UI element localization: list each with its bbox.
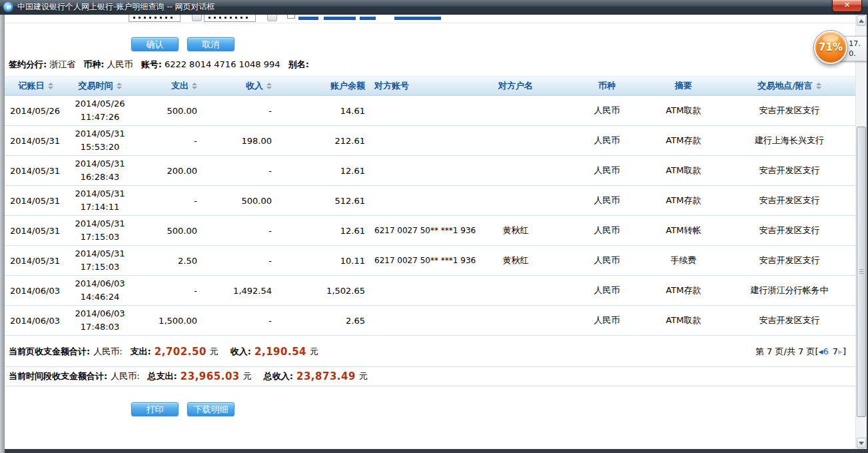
page-in-value: 2,190.54	[254, 346, 306, 358]
pagination-close-bracket: ]	[843, 346, 846, 356]
branch-value: 浙江省	[49, 59, 75, 69]
period-in-unit: 元	[359, 370, 368, 382]
currency-value: 人民币	[107, 59, 133, 69]
cell-summary: ATM存款	[644, 126, 723, 155]
cell-currency: 人民币	[570, 306, 644, 335]
cell-peer-account	[368, 276, 461, 305]
cell-summary: ATM存款	[644, 186, 723, 215]
scroll-down-icon	[859, 442, 864, 445]
cell-balance: 12.61	[274, 156, 368, 185]
cell-peer-name: 黄秋红	[461, 246, 570, 275]
clipped-link-fragment	[394, 17, 441, 20]
cell-outflow: -	[133, 276, 200, 305]
cell-peer-account: 6217 0027 50** ***1 936	[368, 216, 461, 245]
scroll-up-icon	[859, 19, 864, 23]
table-row: 2014/06/03 2014/06/03 17:48:03 1,500.00 …	[5, 306, 855, 336]
cell-transaction-time: 2014/05/31 17:15:03	[67, 216, 133, 245]
cell-outflow: 1,500.00	[133, 306, 200, 335]
end-date-input[interactable]	[204, 15, 256, 22]
start-date-input[interactable]	[129, 15, 181, 22]
cell-peer-name	[461, 156, 570, 185]
vertical-scrollbar[interactable]	[855, 15, 867, 449]
cell-location: 安吉开发区支行	[723, 186, 855, 215]
sort-icon	[816, 83, 821, 89]
pagination-text: 第 7 页/共 7 页[	[755, 346, 819, 356]
cell-peer-account	[368, 96, 461, 125]
page-in-unit: 元	[310, 346, 318, 358]
transaction-clock: 14:46:24	[81, 290, 119, 304]
cell-location: 建行浙江分行帐务中	[723, 276, 855, 305]
col-header-label: 对方户名	[498, 80, 533, 92]
clipped-link-fragment	[360, 17, 376, 20]
col-header-outflow[interactable]: 支出	[133, 80, 200, 92]
period-total-label: 当前时间段收支金额合计:	[9, 370, 107, 382]
cell-balance: 10.11	[274, 246, 368, 275]
cell-currency: 人民币	[570, 126, 644, 155]
col-header-label: 支出	[171, 80, 189, 92]
cell-transaction-time: 2014/06/03 17:48:03	[67, 306, 133, 335]
upload-speed-value: 17.	[849, 39, 861, 49]
cell-post-date: 2014/05/31	[5, 246, 67, 275]
transaction-date: 2014/06/03	[75, 307, 125, 320]
period-out-label: 总支出:	[148, 370, 177, 382]
download-speed-value: 0.	[849, 49, 856, 59]
confirm-button[interactable]: 确认	[131, 37, 179, 51]
transaction-clock: 17:14:11	[81, 201, 119, 214]
alias-label: 别名:	[288, 59, 309, 69]
col-header-inflow[interactable]: 收入	[200, 80, 274, 92]
cell-balance: 14.61	[274, 96, 368, 125]
cell-currency: 人民币	[570, 276, 644, 305]
cell-outflow: 500.00	[133, 96, 200, 125]
pagination-prev-link[interactable]: ◀6	[819, 346, 829, 356]
calendar-button[interactable]	[192, 15, 202, 21]
close-button[interactable]: ✕	[832, 0, 862, 12]
cell-peer-account	[368, 306, 461, 335]
account-number-value: 6222 8014 4716 1048 994	[165, 59, 280, 69]
ie-browser-icon: e	[3, 2, 13, 12]
cell-post-date: 2014/05/26	[5, 96, 67, 125]
account-info-line: 签约分行:浙江省 币种:人民币 账号:6222 8014 4716 1048 9…	[9, 59, 312, 71]
print-button[interactable]: 打印	[131, 402, 179, 416]
progress-badge[interactable]: 71%	[814, 31, 847, 64]
dialog-titlebar[interactable]: e 中国建设银行个人网上银行-账户明细查询 -- 网页对话框 ✕	[0, 0, 868, 15]
col-header-label: 摘要	[675, 80, 692, 92]
col-header-balance: 账户余额	[274, 80, 368, 92]
col-header-location[interactable]: 交易地点/附言	[723, 80, 855, 92]
cell-inflow: 1,492.54	[200, 276, 274, 305]
col-header-label: 账户余额	[330, 80, 365, 92]
calendar-button-2[interactable]	[267, 15, 277, 21]
page-out-label: 支出:	[131, 346, 151, 358]
cell-post-date: 2014/05/31	[5, 156, 67, 185]
col-header-label: 交易时间	[79, 80, 113, 92]
download-details-button[interactable]: 下载明细	[187, 402, 234, 416]
scrollbar-thumb[interactable]	[857, 127, 866, 417]
cell-location: 安吉开发区支行	[723, 246, 855, 275]
cell-balance: 512.61	[274, 186, 368, 215]
cell-post-date: 2014/06/03	[5, 306, 67, 335]
transaction-clock: 16:28:43	[81, 171, 119, 184]
col-header-post-date[interactable]: 记账日	[5, 80, 67, 92]
col-header-transaction-time[interactable]: 交易时间	[67, 80, 133, 92]
page-summary-row: 当前页收支金额合计: 人民币: 支出: 2,702.50 元 收入: 2,190…	[5, 337, 855, 367]
cell-currency: 人民币	[570, 96, 644, 125]
cell-transaction-time: 2014/05/31 17:14:11	[67, 186, 133, 215]
scroll-up-button[interactable]	[857, 15, 866, 26]
scroll-down-button[interactable]	[857, 438, 866, 448]
current-page-number: 7	[833, 346, 838, 356]
cancel-button[interactable]: 取消	[187, 37, 234, 51]
export-buttons: 打印 下载明细	[131, 402, 234, 416]
cell-balance: 2.65	[274, 306, 368, 335]
period-out-unit: 元	[243, 370, 252, 382]
cell-currency: 人民币	[570, 216, 644, 245]
col-header-peer-account: 对方账号	[368, 80, 461, 92]
col-header-label: 记账日	[19, 80, 45, 92]
cell-post-date: 2014/05/31	[5, 216, 67, 245]
clipped-checkbox[interactable]	[287, 15, 295, 19]
sort-icon	[266, 83, 272, 89]
dialog-window: e 中国建设银行个人网上银行-账户明细查询 -- 网页对话框 ✕ 确认 取消 签…	[0, 0, 868, 453]
col-header-label: 对方账号	[374, 80, 409, 92]
account-number-label: 账号:	[141, 59, 162, 69]
clipped-link-fragment	[298, 17, 318, 20]
cell-peer-account	[368, 156, 461, 185]
currency-label: 币种:	[83, 59, 104, 69]
